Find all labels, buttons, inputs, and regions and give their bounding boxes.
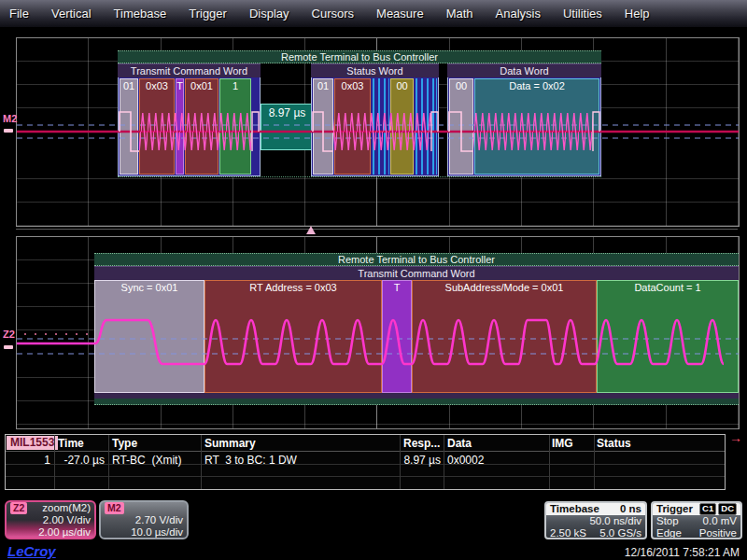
waveform-grid-main[interactable]: Remote Terminal to Bus Controller Transm… [16, 37, 740, 227]
col-header-img: IMG [552, 437, 573, 450]
menu-item-display[interactable]: Display [249, 7, 289, 21]
menu-bar: File Vertical Timebase Trigger Display C… [0, 0, 747, 28]
table-scroll-arrow-icon[interactable]: → [729, 430, 742, 445]
menu-item-help[interactable]: Help [625, 7, 650, 21]
timebase-samples: 2.50 kS [550, 527, 586, 539]
trigger-slope: Positive [699, 527, 737, 539]
waveform-grid-zoom[interactable]: Remote Terminal to Bus Controller Transm… [16, 236, 740, 429]
grid-divider-line [16, 229, 738, 230]
menu-item-file[interactable]: File [9, 7, 29, 21]
trigger-mode: Stop [656, 515, 679, 527]
m2-tdiv: 10.0 µs/div [131, 526, 183, 539]
z2-tdiv: 2.00 µs/div [38, 526, 91, 539]
col-header-status: Status [597, 437, 631, 450]
z2-badge: Z2 [10, 502, 27, 514]
timebase-offset: 0 ns [620, 503, 641, 515]
z2-zero-level-marker [4, 345, 13, 349]
menu-item-cursors[interactable]: Cursors [312, 7, 355, 21]
col-header-summary: Summary [204, 437, 256, 450]
descriptor-z2[interactable]: Z2 zoom(M2) 2.00 V/div 2.00 µs/div [5, 500, 96, 539]
row-resp: 8.97 µs [398, 454, 441, 467]
row-time: -27.0 µs [58, 454, 105, 467]
timebase-label: Timebase [550, 503, 599, 515]
z2-trace-svg [17, 237, 739, 428]
channel-label-z2[interactable]: Z2 [3, 329, 15, 340]
channel-label-m2[interactable]: M2 [3, 113, 17, 124]
trigger-level: 0.0 mV [703, 515, 737, 527]
lecroy-logo: LeCroy [7, 543, 56, 559]
menu-item-timebase[interactable]: Timebase [114, 7, 167, 21]
menu-item-vertical[interactable]: Vertical [51, 7, 92, 21]
col-header-type: Type [112, 437, 137, 450]
col-header-time: Time [58, 437, 84, 450]
col-header-data: Data [447, 437, 472, 450]
row-summary: RT 3 to BC: 1 DW [204, 454, 297, 467]
descriptor-trigger[interactable]: Trigger C1 DC Stop 0.0 mV Edge Positive [651, 501, 742, 539]
datetime-stamp: 12/16/2011 7:58:21 AM [625, 546, 740, 559]
row-type: RT-BC (Xmit) [112, 454, 181, 467]
trigger-position-marker[interactable] [306, 226, 316, 234]
menu-item-math[interactable]: Math [446, 7, 473, 21]
z2-trace-path [17, 320, 724, 364]
timebase-rate: 5.0 GS/s [599, 527, 641, 539]
col-header-resp: Resp... [403, 437, 440, 450]
descriptor-timebase[interactable]: Timebase 0 ns 50.0 ns/div 2.50 kS 5.0 GS… [544, 501, 647, 539]
protocol-tab-mil1553[interactable]: MIL1553 [7, 436, 58, 450]
menu-item-measure[interactable]: Measure [376, 7, 424, 21]
m2-trace-svg [17, 38, 739, 226]
trigger-source-badge: C1 [699, 503, 716, 515]
trigger-type: Edge [656, 527, 682, 539]
row-data: 0x0002 [447, 454, 484, 467]
row-index: 1 [13, 454, 50, 467]
menu-item-trigger[interactable]: Trigger [189, 7, 227, 21]
m2-zero-level-marker [4, 129, 13, 133]
z2-vdiv: 2.00 V/div [43, 514, 91, 526]
trigger-coupling-badge: DC [718, 503, 737, 515]
m2-vdiv: 2.70 V/div [135, 514, 183, 526]
descriptor-m2[interactable]: M2 2.70 V/div 10.0 µs/div [99, 500, 189, 539]
m2-badge: M2 [105, 502, 124, 514]
z2-title: zoom(M2) [42, 502, 91, 514]
oscilloscope-screen: File Vertical Timebase Trigger Display C… [0, 0, 747, 560]
menu-item-utilities[interactable]: Utilities [563, 7, 602, 21]
timebase-tdiv: 50.0 ns/div [589, 515, 641, 527]
menu-item-analysis[interactable]: Analysis [496, 7, 541, 21]
trigger-label: Trigger [656, 503, 693, 515]
decode-result-table: MIL1553 Time Type Summary Resp... Data I… [5, 434, 726, 490]
